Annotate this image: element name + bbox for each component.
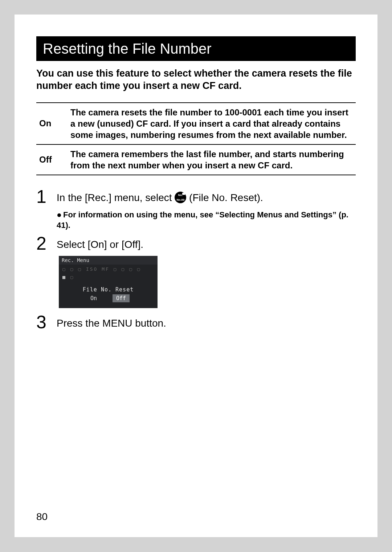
step-body: Select [On] or [Off]. Rec. Menu ▢ ▢ ▢ IS… — [57, 234, 356, 310]
step-2: 2 Select [On] or [Off]. Rec. Menu ▢ ▢ ▢ … — [36, 234, 356, 310]
camera-menu-screenshot: Rec. Menu ▢ ▢ ▢ ISO MF ▢ ▢ ▢ ▢ ▦ ▢ File … — [59, 256, 158, 308]
step-number: 1 — [36, 188, 57, 206]
setting-description-off: The camera remembers the last file numbe… — [68, 144, 356, 175]
ss-option-off: Off — [113, 294, 130, 302]
icon-bottom-text: No.00 — [176, 198, 185, 201]
ss-selected-mode-icon: ▦ — [62, 274, 70, 280]
step1-text-after: (File No. Reset). — [189, 192, 263, 203]
step-instruction: Select [On] or [Off]. — [57, 238, 356, 251]
step-note: For information on using the menu, see “… — [57, 210, 356, 230]
step-1: 1 In the [Rec.] menu, select No. No.00 (… — [36, 188, 356, 230]
ss-options-row: On Off — [59, 294, 158, 304]
icon-corner — [182, 193, 185, 195]
note-prefix: For information on using the menu, see — [63, 210, 215, 219]
table-row: On The camera resets the file number to … — [36, 103, 356, 145]
table-row: Off The camera remembers the last file n… — [36, 144, 356, 175]
ss-icon-row-1: ▢ ▢ ▢ ISO MF ▢ ▢ ▢ ▢ — [59, 265, 158, 273]
ss-other-mode-icon: ▢ — [70, 274, 74, 280]
page-number: 80 — [36, 511, 48, 523]
step-instruction: Press the MENU button. — [57, 317, 356, 330]
step-body: Press the MENU button. — [57, 313, 356, 330]
setting-label-off: Off — [36, 144, 68, 175]
step-number: 2 — [36, 234, 57, 253]
ss-spacer — [59, 281, 158, 284]
step-body: In the [Rec.] menu, select No. No.00 (Fi… — [57, 188, 356, 230]
ss-setting-label: File No. Reset — [59, 284, 158, 294]
step-3: 3 Press the MENU button. — [36, 313, 356, 331]
setting-description-on: The camera resets the file number to 100… — [68, 103, 356, 145]
step-number: 3 — [36, 313, 57, 331]
settings-table: On The camera resets the file number to … — [36, 102, 356, 176]
manual-page: Resetting the File Number You can use th… — [15, 15, 377, 537]
ss-rec-menu-title: Rec. Menu — [59, 256, 158, 265]
section-heading: Resetting the File Number — [36, 36, 356, 61]
setting-label-on: On — [36, 103, 68, 145]
step-instruction: In the [Rec.] menu, select No. No.00 (Fi… — [57, 191, 356, 204]
step1-text-before: In the [Rec.] menu, select — [57, 192, 175, 203]
ss-icon-row-2: ▦ ▢ — [59, 273, 158, 281]
note-quoted: “Selecting Menus and Settings” — [215, 210, 336, 219]
file-no-reset-icon: No. No.00 — [175, 192, 186, 203]
ss-option-on: On — [87, 294, 101, 302]
intro-paragraph: You can use this feature to select wheth… — [36, 68, 356, 92]
bullet-icon — [57, 213, 61, 217]
